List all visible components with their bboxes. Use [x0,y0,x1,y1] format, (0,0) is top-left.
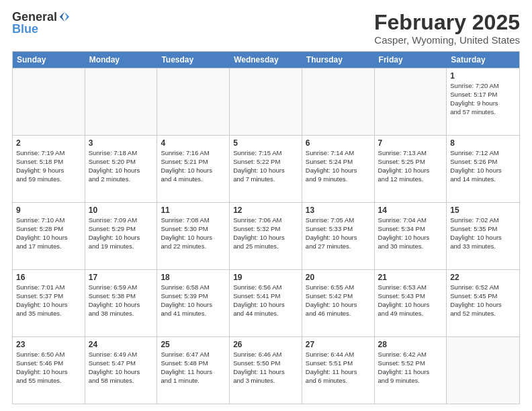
day-number: 14 [378,205,443,216]
day-info: Sunrise: 7:14 AM [306,149,371,158]
day-info: Sunrise: 6:47 AM [161,351,226,359]
day-number: 8 [450,138,516,148]
day-info: Sunrise: 7:01 AM [16,283,81,292]
calendar-body: 1Sunrise: 7:20 AMSunset: 5:17 PMDaylight… [13,68,519,404]
day-number: 23 [16,339,81,350]
calendar-cell: 14Sunrise: 7:04 AMSunset: 5:34 PMDayligh… [375,203,447,269]
day-info: and 7 minutes. [233,175,298,184]
day-info: and 14 minutes. [450,175,516,184]
day-info: Sunset: 5:25 PM [378,158,443,167]
day-info: Sunset: 5:41 PM [233,292,298,301]
calendar-header-cell: Thursday [302,52,375,68]
day-info: Sunset: 5:51 PM [306,359,371,368]
day-info: Sunset: 5:28 PM [16,225,81,234]
calendar-cell [375,68,447,135]
calendar-cell: 3Sunrise: 7:18 AMSunset: 5:20 PMDaylight… [85,136,158,202]
day-info: Daylight: 10 hours [450,301,516,310]
calendar-cell: 5Sunrise: 7:15 AMSunset: 5:22 PMDaylight… [230,136,302,202]
day-info: Daylight: 10 hours [450,167,516,175]
calendar-cell: 12Sunrise: 7:06 AMSunset: 5:32 PMDayligh… [230,203,302,269]
day-info: Sunrise: 6:52 AM [450,283,516,292]
day-info: Sunset: 5:43 PM [378,292,443,301]
day-info: Sunset: 5:38 PM [89,292,154,301]
calendar-cell: 19Sunrise: 6:56 AMSunset: 5:41 PMDayligh… [230,270,302,336]
day-info: Sunrise: 6:59 AM [89,283,154,292]
calendar-cell [230,68,302,135]
calendar: SundayMondayTuesdayWednesdayThursdayFrid… [12,51,520,404]
day-info: and 27 minutes. [306,242,371,251]
calendar-cell [302,68,375,135]
day-info: Sunrise: 7:05 AM [306,216,371,225]
day-info: Sunset: 5:30 PM [161,225,226,234]
day-info: Daylight: 10 hours [161,167,226,175]
calendar-cell: 24Sunrise: 6:49 AMSunset: 5:47 PMDayligh… [85,337,158,404]
day-info: and 19 minutes. [89,242,154,251]
calendar-cell: 10Sunrise: 7:09 AMSunset: 5:29 PMDayligh… [85,203,158,269]
logo-icon [58,11,71,23]
svg-marker-1 [60,12,64,21]
day-number: 13 [306,205,371,216]
day-info: and 58 minutes. [89,377,154,385]
day-info: Sunrise: 7:18 AM [89,149,154,158]
calendar-cell: 17Sunrise: 6:59 AMSunset: 5:38 PMDayligh… [85,270,158,336]
day-info: and 55 minutes. [16,377,81,385]
day-info: and 33 minutes. [450,242,516,251]
day-info: Sunset: 5:29 PM [89,225,154,234]
day-number: 25 [161,339,226,350]
calendar-cell: 7Sunrise: 7:13 AMSunset: 5:25 PMDaylight… [375,136,447,202]
day-info: and 41 minutes. [161,310,226,318]
day-number: 6 [306,138,371,148]
day-info: and 25 minutes. [233,242,298,251]
calendar-cell: 22Sunrise: 6:52 AMSunset: 5:45 PMDayligh… [447,270,519,336]
calendar-cell: 25Sunrise: 6:47 AMSunset: 5:48 PMDayligh… [157,337,230,404]
calendar-row: 9Sunrise: 7:10 AMSunset: 5:28 PMDaylight… [13,202,519,269]
day-info: Sunrise: 6:56 AM [233,283,298,292]
day-info: Daylight: 10 hours [89,167,154,175]
calendar-header-cell: Wednesday [230,52,302,68]
page: General Blue February 2025 Casper, Wyomi… [0,0,532,411]
day-info: Sunrise: 6:44 AM [306,351,371,359]
day-number: 22 [450,272,516,283]
calendar-header-cell: Friday [375,52,447,68]
day-info: Daylight: 10 hours [233,301,298,310]
day-info: Sunset: 5:17 PM [450,91,516,99]
calendar-cell: 27Sunrise: 6:44 AMSunset: 5:51 PMDayligh… [302,337,375,404]
day-info: Sunrise: 7:09 AM [89,216,154,225]
day-info: Daylight: 10 hours [16,301,81,310]
calendar-cell: 13Sunrise: 7:05 AMSunset: 5:33 PMDayligh… [302,203,375,269]
day-info: Daylight: 10 hours [306,167,371,175]
calendar-cell: 8Sunrise: 7:12 AMSunset: 5:26 PMDaylight… [447,136,519,202]
logo-general-text: General [12,11,57,23]
day-number: 28 [378,339,443,350]
day-info: Daylight: 10 hours [161,301,226,310]
day-number: 3 [89,138,154,148]
day-number: 16 [16,272,81,283]
day-number: 19 [233,272,298,283]
day-info: Sunrise: 6:53 AM [378,283,443,292]
day-info: Daylight: 10 hours [89,234,154,242]
calendar-cell: 28Sunrise: 6:42 AMSunset: 5:52 PMDayligh… [375,337,447,404]
day-info: Daylight: 11 hours [233,368,298,377]
calendar-cell: 20Sunrise: 6:55 AMSunset: 5:42 PMDayligh… [302,270,375,336]
calendar-row: 23Sunrise: 6:50 AMSunset: 5:46 PMDayligh… [13,336,519,404]
day-info: and 35 minutes. [16,310,81,318]
day-info: and 59 minutes. [16,175,81,184]
calendar-cell: 21Sunrise: 6:53 AMSunset: 5:43 PMDayligh… [375,270,447,336]
day-number: 5 [233,138,298,148]
calendar-cell: 23Sunrise: 6:50 AMSunset: 5:46 PMDayligh… [13,337,85,404]
calendar-cell [447,337,519,404]
calendar-header-cell: Sunday [13,52,85,68]
calendar-cell: 11Sunrise: 7:08 AMSunset: 5:30 PMDayligh… [157,203,230,269]
header: General Blue February 2025 Casper, Wyomi… [12,11,520,46]
day-number: 17 [89,272,154,283]
day-info: Sunrise: 7:20 AM [450,82,516,91]
calendar-header-cell: Saturday [447,52,519,68]
main-title: February 2025 [374,11,520,34]
calendar-row: 1Sunrise: 7:20 AMSunset: 5:17 PMDaylight… [13,68,519,135]
calendar-row: 16Sunrise: 7:01 AMSunset: 5:37 PMDayligh… [13,269,519,336]
day-info: and 52 minutes. [450,310,516,318]
day-number: 7 [378,138,443,148]
day-info: Sunrise: 6:50 AM [16,351,81,359]
day-info: Sunset: 5:24 PM [306,158,371,167]
calendar-cell: 18Sunrise: 6:58 AMSunset: 5:39 PMDayligh… [157,270,230,336]
